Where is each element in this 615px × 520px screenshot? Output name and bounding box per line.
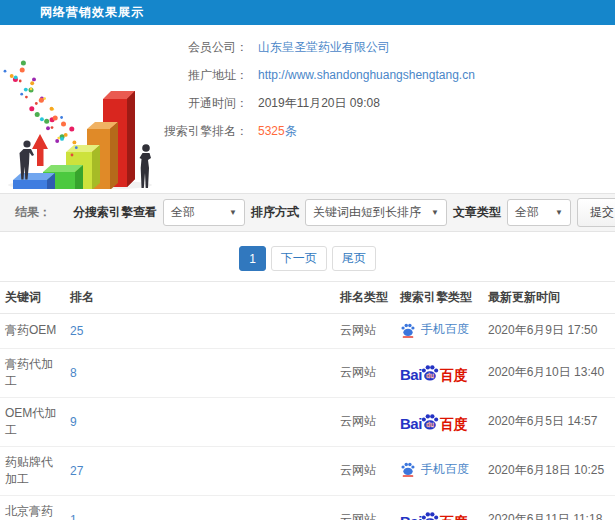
sort-filter-label: 排序方式 — [251, 204, 299, 221]
engine-cell: 手机百度 — [395, 314, 483, 349]
keyword-cell: OEM代加工 — [0, 397, 65, 446]
sort-filter-value: 关键词由短到长排序 — [313, 204, 421, 221]
businessman-right-figure — [140, 144, 152, 188]
updated-cell: 2020年6月9日 17:50 — [483, 314, 615, 349]
keyword-cell: 药贴牌代加工 — [0, 446, 65, 495]
chevron-down-icon: ▼ — [431, 208, 439, 217]
page-title: 网络营销效果展示 — [40, 4, 144, 21]
svg-text:du: du — [426, 372, 434, 379]
rank-count-label: 搜索引擎排名： — [130, 123, 248, 140]
chevron-down-icon: ▼ — [555, 208, 563, 217]
promo-url-link[interactable]: http://www.shandonghuangshengtang.cn — [258, 68, 475, 82]
baidu-paw-icon: du — [420, 510, 440, 520]
rank-type-cell: 云网站 — [335, 348, 395, 397]
mobile-baidu-logo: 手机百度 — [400, 461, 469, 478]
article-type-label: 文章类型 — [453, 204, 501, 221]
rank-type-cell: 云网站 — [335, 495, 395, 520]
next-page-button[interactable]: 下一页 — [271, 246, 327, 271]
rank-cell: 8 — [65, 348, 335, 397]
baidu-cn-text: 百度 — [440, 515, 468, 520]
engine-cell: Baidu百度 — [395, 495, 483, 520]
baidu-bai-text: Bai — [400, 514, 422, 520]
rank-cell: 1 — [65, 495, 335, 520]
table-row: 膏药代加工8云网站Baidu百度2020年6月10日 13:40 — [0, 348, 615, 397]
engine-cell: Baidu百度 — [395, 397, 483, 446]
engine-cell: 手机百度 — [395, 446, 483, 495]
rank-cell: 25 — [65, 314, 335, 349]
baidu-logo: Baidu百度 — [400, 363, 468, 382]
page-button-current[interactable]: 1 — [239, 246, 266, 271]
open-time-label: 开通时间： — [130, 95, 248, 112]
engine-cell: Baidu百度 — [395, 348, 483, 397]
account-info: 会员公司： 山东皇圣堂药业有限公司 推广地址： http://www.shand… — [130, 37, 475, 149]
rank-link[interactable]: 25 — [70, 324, 83, 338]
rank-type-cell: 云网站 — [335, 314, 395, 349]
engine-label: 手机百度 — [421, 321, 469, 338]
baidu-logo: Baidu百度 — [400, 412, 468, 431]
keyword-cell: 膏药代加工 — [0, 348, 65, 397]
page-header: 网络营销效果展示 — [0, 0, 615, 25]
baidu-paw-icon: du — [420, 412, 440, 432]
baidu-bai-text: Bai — [400, 367, 422, 382]
table-row: 药贴牌代加工27云网站手机百度2020年6月18日 10:25 — [0, 446, 615, 495]
mobile-baidu-logo: 手机百度 — [400, 321, 469, 338]
table-row: OEM代加工9云网站Baidu百度2020年6月5日 14:57 — [0, 397, 615, 446]
updated-cell: 2020年6月18日 10:25 — [483, 446, 615, 495]
col-header-engine: 搜索引擎类型 — [395, 282, 483, 314]
table-header-row: 关键词 排名 排名类型 搜索引擎类型 最新更新时间 — [0, 282, 615, 314]
last-page-button[interactable]: 尾页 — [332, 246, 376, 271]
open-time-value: 2019年11月20日 09:08 — [258, 95, 380, 112]
info-row-company: 会员公司： 山东皇圣堂药业有限公司 — [130, 37, 475, 57]
engine-filter-select[interactable]: 全部 ▼ — [163, 199, 245, 226]
rank-link[interactable]: 8 — [70, 366, 77, 380]
info-row-open-time: 开通时间： 2019年11月20日 09:08 — [130, 93, 475, 113]
updated-cell: 2020年6月5日 14:57 — [483, 397, 615, 446]
updated-cell: 2020年6月10日 13:40 — [483, 348, 615, 397]
filter-bar: 结果： 分搜索引擎查看 全部 ▼ 排序方式 关键词由短到长排序 ▼ 文章类型 全… — [0, 193, 615, 232]
company-link[interactable]: 山东皇圣堂药业有限公司 — [258, 39, 390, 56]
chevron-down-icon: ▼ — [229, 208, 237, 217]
engine-label: 手机百度 — [421, 461, 469, 478]
baidu-cn-text: 百度 — [440, 417, 468, 431]
rank-type-cell: 云网站 — [335, 397, 395, 446]
result-label: 结果： — [15, 204, 51, 221]
keyword-cell: 北京膏药贴牌 — [0, 495, 65, 520]
baidu-logo: Baidu百度 — [400, 510, 468, 520]
rank-count-unit: 条 — [285, 123, 297, 140]
sort-filter-select[interactable]: 关键词由短到长排序 ▼ — [305, 199, 447, 226]
results-table-body: 膏药OEM25云网站手机百度2020年6月9日 17:50膏药代加工8云网站Ba… — [0, 314, 615, 520]
rank-cell: 9 — [65, 397, 335, 446]
col-header-updated: 最新更新时间 — [483, 282, 615, 314]
table-row: 膏药OEM25云网站手机百度2020年6月9日 17:50 — [0, 314, 615, 349]
promo-url-label: 推广地址： — [130, 67, 248, 84]
keyword-cell: 膏药OEM — [0, 314, 65, 349]
rank-link[interactable]: 27 — [70, 464, 83, 478]
article-type-value: 全部 — [515, 204, 539, 221]
baidu-bai-text: Bai — [400, 416, 422, 431]
baidu-paw-icon — [400, 461, 416, 477]
company-label: 会员公司： — [130, 39, 248, 56]
results-table: 关键词 排名 排名类型 搜索引擎类型 最新更新时间 膏药OEM25云网站手机百度… — [0, 281, 615, 520]
engine-filter-label: 分搜索引擎查看 — [73, 204, 157, 221]
baidu-paw-icon: du — [420, 363, 440, 383]
rank-type-cell: 云网站 — [335, 446, 395, 495]
table-row: 北京膏药贴牌1云网站Baidu百度2020年6月11日 11:18 — [0, 495, 615, 520]
rank-link[interactable]: 1 — [70, 513, 77, 520]
rank-count-number: 5325 — [258, 124, 285, 138]
col-header-rank: 排名 — [65, 282, 335, 314]
rank-cell: 27 — [65, 446, 335, 495]
marketing-report-page: 网络营销效果展示 — [0, 0, 615, 520]
baidu-paw-icon — [400, 322, 416, 338]
info-section: 会员公司： 山东皇圣堂药业有限公司 推广地址： http://www.shand… — [0, 25, 615, 193]
col-header-rank-type: 排名类型 — [335, 282, 395, 314]
pagination: 1 下一页 尾页 — [0, 246, 615, 271]
article-type-select[interactable]: 全部 ▼ — [507, 199, 571, 226]
info-row-rank-count: 搜索引擎排名： 5325条 — [130, 121, 475, 141]
submit-button[interactable]: 提交 — [577, 198, 615, 227]
filter-controls: 分搜索引擎查看 全部 ▼ 排序方式 关键词由短到长排序 ▼ 文章类型 全部 ▼ … — [73, 194, 615, 231]
rank-link[interactable]: 9 — [70, 415, 77, 429]
engine-filter-value: 全部 — [171, 204, 195, 221]
updated-cell: 2020年6月11日 11:18 — [483, 495, 615, 520]
svg-text:du: du — [426, 421, 434, 428]
info-row-url: 推广地址： http://www.shandonghuangshengtang.… — [130, 65, 475, 85]
